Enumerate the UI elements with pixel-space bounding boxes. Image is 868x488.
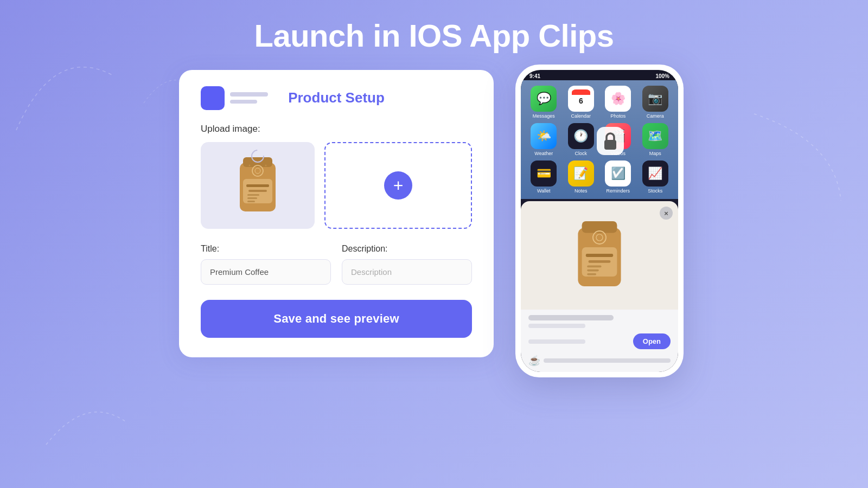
svg-rect-5 xyxy=(247,194,259,196)
ios-app-clock[interactable]: 🕐 Clock xyxy=(565,123,598,156)
svg-rect-15 xyxy=(572,92,590,95)
ios-app-notes[interactable]: 📝 Notes xyxy=(565,160,598,194)
popup-product-image xyxy=(521,201,678,310)
save-preview-button[interactable]: Save and see preview xyxy=(201,300,472,338)
messages-icon: 💬 xyxy=(531,86,557,112)
wallet-label: Wallet xyxy=(537,188,551,194)
weather-label: Weather xyxy=(534,151,553,156)
photos-icon: 🌸 xyxy=(605,86,631,112)
ios-app-camera[interactable]: 📷 Camera xyxy=(639,86,672,119)
phone-mockup: 9:41 100% 💬 Messages 6 xyxy=(515,65,689,377)
card-title: Product Setup xyxy=(288,89,385,106)
card-header: Product Setup xyxy=(201,89,472,106)
messages-label: Messages xyxy=(533,113,555,119)
ios-app-photos[interactable]: 🌸 Photos xyxy=(602,86,635,119)
wallet-icon: 💳 xyxy=(531,160,557,187)
svg-rect-22 xyxy=(587,266,601,268)
ios-app-messages[interactable]: 💬 Messages xyxy=(527,86,560,119)
svg-rect-7 xyxy=(247,201,255,202)
svg-rect-24 xyxy=(587,273,596,275)
svg-point-12 xyxy=(252,150,264,162)
popup-coffee-bag xyxy=(570,215,629,296)
upload-label: Upload image: xyxy=(201,124,472,134)
popup-sub-bar xyxy=(528,324,585,328)
lock-overlay xyxy=(597,127,624,155)
title-field-group: Title: xyxy=(201,244,331,285)
reminders-label: Reminders xyxy=(606,188,630,194)
popup-footer: ☕ xyxy=(521,351,678,367)
logo-square xyxy=(201,86,225,110)
ios-app-calendar[interactable]: 6 Calendar xyxy=(565,86,598,119)
svg-rect-20 xyxy=(586,254,613,257)
calendar-label: Calendar xyxy=(571,113,591,119)
svg-rect-23 xyxy=(587,269,599,272)
ios-status-bar: 9:41 100% xyxy=(521,70,678,80)
clock-label: Clock xyxy=(575,151,587,156)
svg-rect-27 xyxy=(604,140,616,150)
product-setup-card: Product Setup Upload image: xyxy=(179,70,494,357)
popup-bottom-bar: Open xyxy=(521,310,678,351)
upload-row: + xyxy=(201,142,472,229)
notes-label: Notes xyxy=(575,188,588,194)
description-input[interactable] xyxy=(342,259,472,285)
svg-rect-3 xyxy=(246,184,269,187)
svg-text:6: 6 xyxy=(579,97,583,105)
svg-rect-6 xyxy=(247,197,257,199)
ios-app-stocks[interactable]: 📈 Stocks xyxy=(639,160,672,194)
svg-rect-21 xyxy=(589,260,611,263)
ios-app-weather[interactable]: 🌤️ Weather xyxy=(527,123,560,156)
stocks-icon: 📈 xyxy=(642,160,668,187)
popup-action-row: Open xyxy=(528,333,671,349)
fields-row: Title: Description: xyxy=(201,244,472,285)
ios-app-maps[interactable]: 🗺️ Maps xyxy=(639,123,672,156)
logo-line-1 xyxy=(230,92,268,97)
status-time: 9:41 xyxy=(529,73,540,79)
phone-outer-shell: 9:41 100% 💬 Messages 6 xyxy=(515,65,684,377)
logo-lines xyxy=(230,92,268,104)
main-content: Product Setup Upload image: xyxy=(0,54,868,377)
popup-action-bar xyxy=(528,339,585,344)
photos-label: Photos xyxy=(610,113,626,119)
weather-icon: 🌤️ xyxy=(531,123,557,149)
calendar-icon: 6 xyxy=(568,86,594,112)
uploaded-image-preview[interactable] xyxy=(201,142,315,229)
card-logo xyxy=(201,86,268,110)
ios-app-wallet[interactable]: 💳 Wallet xyxy=(527,160,560,194)
lock-icon xyxy=(602,131,618,151)
maps-label: Maps xyxy=(649,151,661,156)
popup-title-bar xyxy=(528,315,614,320)
app-clip-popup: × xyxy=(521,201,678,372)
upload-plus-icon: + xyxy=(384,171,412,200)
title-input[interactable] xyxy=(201,259,331,285)
popup-footer-bar xyxy=(544,358,671,363)
page-title: Launch in IOS App Clips xyxy=(0,0,868,54)
maps-icon: 🗺️ xyxy=(642,123,668,149)
camera-icon: 📷 xyxy=(642,86,668,112)
reminders-icon: ☑️ xyxy=(605,160,631,187)
notes-icon: 📝 xyxy=(568,160,594,187)
upload-new-button[interactable]: + xyxy=(324,142,472,229)
ios-app-reminders[interactable]: ☑️ Reminders xyxy=(602,160,635,194)
logo-line-2 xyxy=(230,100,257,104)
coffee-icon: ☕ xyxy=(528,355,540,367)
upload-progress-circle xyxy=(250,149,265,164)
phone-inner-screen: 9:41 100% 💬 Messages 6 xyxy=(521,70,678,372)
title-field-label: Title: xyxy=(201,244,331,254)
popup-open-button[interactable]: Open xyxy=(633,333,671,349)
description-field-label: Description: xyxy=(342,244,472,254)
svg-rect-4 xyxy=(248,190,267,192)
camera-label: Camera xyxy=(647,113,664,119)
status-battery: 100% xyxy=(655,73,669,79)
description-field-group: Description: xyxy=(342,244,472,285)
clock-icon: 🕐 xyxy=(568,123,594,149)
stocks-label: Stocks xyxy=(648,188,662,194)
popup-close-button[interactable]: × xyxy=(660,207,673,220)
